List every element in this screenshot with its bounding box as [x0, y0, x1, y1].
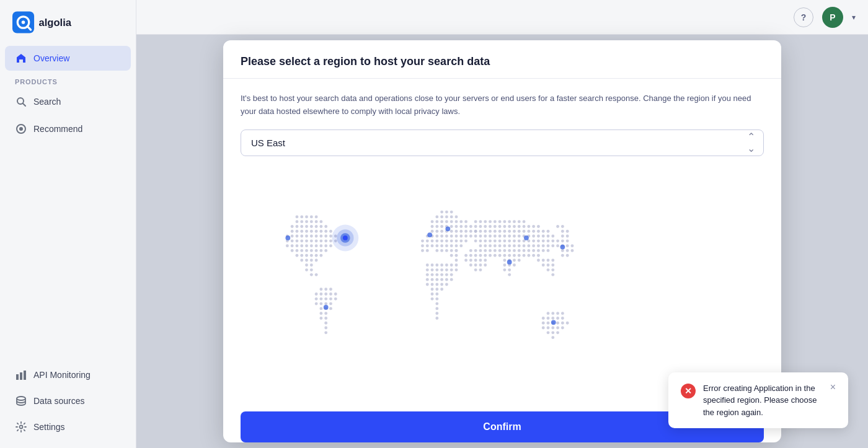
- svg-point-373: [542, 263, 545, 266]
- svg-point-398: [561, 326, 564, 329]
- toast-close-button[interactable]: ×: [830, 382, 836, 392]
- sidebar-item-overview[interactable]: Overview: [5, 46, 131, 71]
- svg-point-319: [484, 244, 487, 247]
- svg-point-39: [319, 230, 322, 233]
- svg-point-259: [503, 225, 506, 228]
- svg-point-172: [440, 239, 443, 242]
- svg-point-79: [315, 249, 318, 252]
- svg-point-203: [440, 263, 443, 266]
- svg-point-336: [489, 249, 492, 252]
- svg-point-78: [310, 249, 313, 252]
- svg-point-264: [527, 225, 530, 228]
- svg-point-95: [310, 268, 313, 271]
- svg-point-8: [19, 127, 23, 131]
- svg-point-335: [484, 249, 487, 252]
- help-button[interactable]: ?: [794, 7, 813, 27]
- svg-point-87: [319, 254, 322, 257]
- svg-point-355: [523, 254, 526, 257]
- region-select[interactable]: US East US West EU West EU Central Asia …: [241, 130, 764, 156]
- svg-point-420: [484, 263, 487, 266]
- gear-icon: [15, 421, 27, 433]
- svg-point-418: [474, 263, 477, 266]
- region-select-wrapper: US East US West EU West EU Central Asia …: [241, 130, 764, 156]
- svg-point-197: [455, 249, 458, 252]
- svg-rect-11: [24, 371, 26, 380]
- svg-point-350: [498, 254, 502, 257]
- svg-point-210: [440, 268, 443, 271]
- sidebar-item-recommend[interactable]: Recommend: [5, 116, 131, 141]
- svg-point-170: [431, 239, 434, 242]
- svg-point-26: [296, 225, 299, 228]
- modal-description: It's best to host your search data and o…: [241, 92, 764, 118]
- world-map: [241, 169, 764, 398]
- user-menu-chevron[interactable]: ▾: [852, 13, 856, 22]
- svg-point-220: [426, 278, 429, 281]
- svg-point-358: [537, 254, 540, 257]
- svg-point-270: [489, 230, 492, 233]
- svg-point-412: [464, 258, 467, 261]
- svg-line-6: [23, 103, 25, 106]
- svg-point-340: [508, 249, 511, 252]
- svg-point-137: [450, 220, 453, 223]
- svg-point-374: [547, 263, 550, 266]
- svg-point-200: [426, 263, 429, 266]
- svg-point-72: [324, 244, 327, 247]
- sidebar-item-search[interactable]: Search: [5, 89, 131, 114]
- svg-point-46: [305, 234, 308, 237]
- svg-point-433: [561, 249, 564, 252]
- svg-point-278: [527, 230, 530, 233]
- sidebar-item-data-sources[interactable]: Data sources: [5, 389, 131, 413]
- svg-point-22: [310, 220, 313, 223]
- svg-point-71: [319, 244, 322, 247]
- svg-point-165: [450, 234, 453, 237]
- svg-point-252: [523, 220, 526, 223]
- svg-point-286: [489, 234, 492, 237]
- svg-point-73: [329, 244, 332, 247]
- sidebar-item-overview-label: Overview: [33, 53, 69, 63]
- svg-point-272: [498, 230, 502, 233]
- svg-point-145: [450, 225, 453, 228]
- svg-point-426: [566, 230, 569, 233]
- svg-point-56: [300, 239, 303, 242]
- svg-point-337: [494, 249, 497, 252]
- svg-point-110: [334, 297, 337, 301]
- user-avatar[interactable]: P: [822, 7, 843, 28]
- svg-point-228: [435, 283, 438, 286]
- svg-point-261: [513, 225, 516, 228]
- svg-point-302: [484, 239, 487, 242]
- svg-point-157: [464, 230, 467, 233]
- svg-point-85: [310, 254, 313, 257]
- svg-point-246: [494, 220, 497, 223]
- sidebar-item-settings[interactable]: Settings: [5, 415, 131, 439]
- svg-point-181: [445, 244, 448, 247]
- svg-point-133: [431, 220, 434, 223]
- svg-point-115: [319, 307, 322, 310]
- svg-point-139: [459, 220, 463, 223]
- svg-point-218: [445, 273, 448, 276]
- svg-point-399: [547, 331, 550, 334]
- svg-point-186: [440, 249, 443, 252]
- svg-point-430: [566, 239, 569, 242]
- sidebar-item-api-monitoring[interactable]: API Monitoring: [5, 362, 131, 387]
- svg-point-315: [547, 239, 550, 242]
- svg-point-234: [431, 292, 434, 296]
- svg-point-174: [450, 239, 453, 242]
- sidebar-item-recommend-label: Recommend: [33, 124, 82, 134]
- svg-point-263: [523, 225, 526, 228]
- svg-point-443: [285, 235, 290, 240]
- svg-point-27: [300, 225, 303, 228]
- svg-point-96: [310, 273, 313, 276]
- svg-point-232: [435, 288, 438, 291]
- svg-point-339: [503, 249, 506, 252]
- svg-point-175: [455, 239, 458, 242]
- svg-point-327: [523, 244, 526, 247]
- help-icon: ?: [801, 12, 807, 22]
- svg-point-405: [479, 249, 482, 252]
- svg-point-127: [450, 210, 453, 213]
- svg-point-417: [469, 263, 472, 266]
- svg-point-100: [329, 288, 332, 291]
- svg-point-317: [556, 239, 559, 242]
- svg-point-129: [440, 215, 443, 218]
- svg-point-303: [489, 239, 492, 242]
- svg-point-323: [503, 244, 506, 247]
